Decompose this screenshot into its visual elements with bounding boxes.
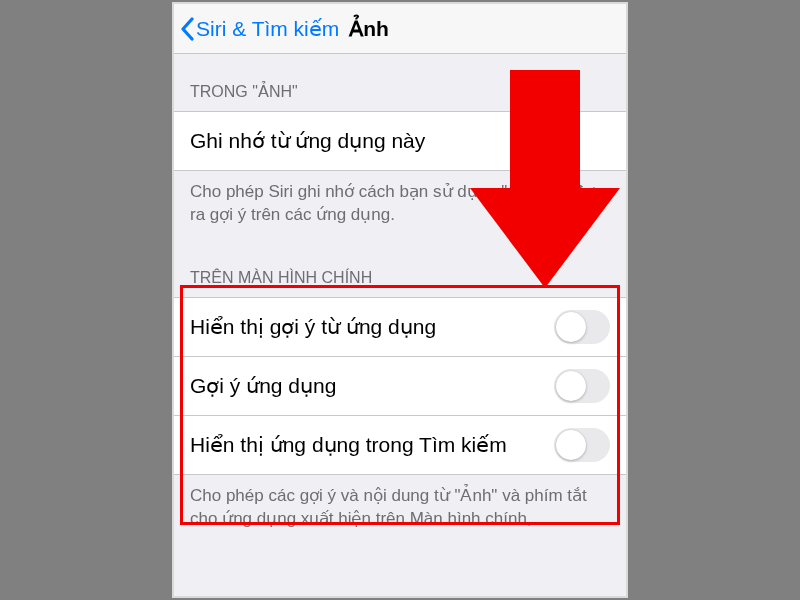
toggle-show-suggestions-from-app[interactable] — [554, 310, 610, 344]
toggle-suggest-app[interactable] — [554, 369, 610, 403]
section-home-screen: Hiển thị gợi ý từ ứng dụng Gợi ý ứng dụn… — [174, 297, 626, 475]
chevron-left-icon — [180, 17, 194, 41]
section-footer-home-screen: Cho phép các gợi ý và nội dung từ "Ảnh" … — [174, 475, 626, 545]
row-show-app-in-search[interactable]: Hiển thị ứng dụng trong Tìm kiếm — [174, 415, 626, 474]
section-header-home-screen: TRÊN MÀN HÌNH CHÍNH — [174, 241, 626, 297]
navbar: Siri & Tìm kiếm Ảnh — [174, 4, 626, 54]
row-label: Gợi ý ứng dụng — [190, 374, 336, 398]
settings-screen: Siri & Tìm kiếm Ảnh TRONG "ẢNH" Ghi nhớ … — [172, 2, 628, 598]
section-footer-in-app: Cho phép Siri ghi nhớ cách bạn sử dụng "… — [174, 171, 626, 241]
toggle-show-app-in-search[interactable] — [554, 428, 610, 462]
row-label: Hiển thị ứng dụng trong Tìm kiếm — [190, 433, 507, 457]
section-in-app: Ghi nhớ từ ứng dụng này — [174, 111, 626, 171]
row-show-suggestions-from-app[interactable]: Hiển thị gợi ý từ ứng dụng — [174, 298, 626, 357]
row-learn-from-app[interactable]: Ghi nhớ từ ứng dụng này — [174, 112, 626, 170]
row-label: Hiển thị gợi ý từ ứng dụng — [190, 315, 436, 339]
back-button[interactable]: Siri & Tìm kiếm — [180, 17, 339, 41]
back-label: Siri & Tìm kiếm — [196, 17, 339, 41]
row-suggest-app[interactable]: Gợi ý ứng dụng — [174, 356, 626, 416]
page-title: Ảnh — [349, 17, 389, 41]
section-header-in-app: TRONG "ẢNH" — [174, 54, 626, 111]
row-label: Ghi nhớ từ ứng dụng này — [190, 129, 425, 153]
